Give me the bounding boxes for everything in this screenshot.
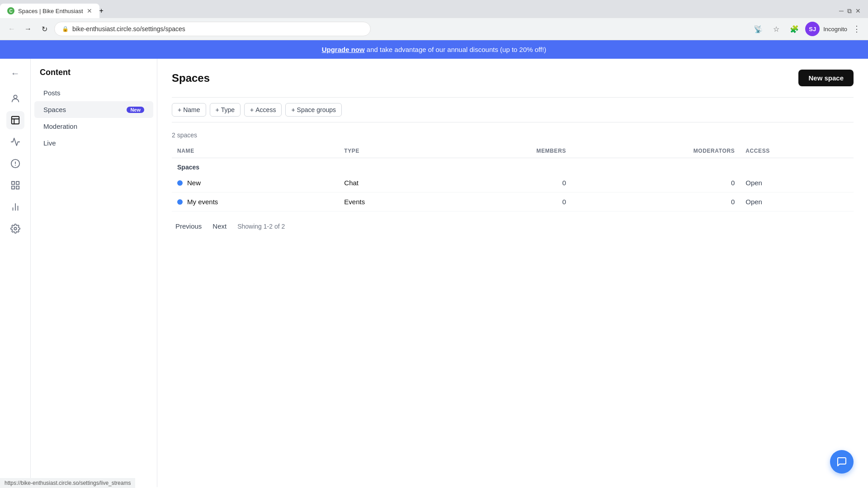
filter-type-label: Type bbox=[221, 106, 235, 113]
active-tab[interactable]: C Spaces | Bike Enthusiast ✕ bbox=[0, 4, 99, 18]
space-moderators-myevents: 0 bbox=[571, 192, 740, 211]
activity-icon[interactable] bbox=[6, 133, 24, 151]
space-name-new: New bbox=[187, 179, 201, 187]
col-name: NAME bbox=[172, 144, 339, 158]
space-name-cell: New bbox=[172, 174, 339, 192]
new-tab-button[interactable]: + bbox=[99, 7, 104, 15]
app-container: ← Content Posts Spaces New bbox=[0, 59, 868, 487]
plus-icon-name: + bbox=[178, 106, 181, 113]
table-row[interactable]: My events Events 0 0 Open bbox=[172, 192, 854, 211]
sidebar-item-posts[interactable]: Posts bbox=[34, 84, 153, 101]
pagination-info: Showing 1-2 of 2 bbox=[237, 223, 285, 230]
members-icon[interactable] bbox=[6, 89, 24, 108]
col-moderators: MODERATORS bbox=[571, 144, 740, 158]
browser-chrome: C Spaces | Bike Enthusiast ✕ + ─ ⧉ ✕ ← →… bbox=[0, 0, 868, 40]
space-members-new: 0 bbox=[441, 174, 571, 192]
sidebar-item-live[interactable]: Live bbox=[34, 135, 153, 151]
settings-icon[interactable] bbox=[6, 220, 24, 238]
space-access-myevents: Open bbox=[740, 192, 854, 211]
svg-point-14 bbox=[14, 227, 17, 230]
space-dot-new bbox=[177, 180, 183, 186]
svg-rect-7 bbox=[11, 182, 14, 184]
forward-button[interactable]: → bbox=[22, 23, 34, 35]
plus-icon-type: + bbox=[216, 106, 219, 113]
incognito-label: Incognito bbox=[823, 26, 847, 33]
bookmark-star-icon[interactable]: ☆ bbox=[769, 22, 783, 36]
filter-name-label: Name bbox=[183, 106, 200, 113]
sidebar-label-posts: Posts bbox=[43, 89, 61, 97]
cast-icon[interactable]: 📡 bbox=[751, 22, 765, 36]
spaces-count: 2 spaces bbox=[172, 131, 854, 139]
more-menu-button[interactable]: ⋮ bbox=[851, 24, 863, 34]
filter-access-label: Access bbox=[255, 106, 276, 113]
back-nav-button[interactable]: ← bbox=[6, 64, 24, 82]
plus-icon-spacegroups: + bbox=[291, 106, 295, 113]
filters-bar: + Name + Type + Access + Space groups bbox=[172, 97, 854, 122]
promo-message: and take advantage of our annual discoun… bbox=[367, 46, 547, 53]
svg-rect-8 bbox=[16, 182, 19, 184]
sidebar-item-spaces[interactable]: Spaces New bbox=[34, 101, 153, 118]
tab-favicon: C bbox=[7, 7, 14, 14]
space-name-myevents: My events bbox=[187, 198, 218, 206]
main-header: Spaces New space bbox=[172, 70, 854, 86]
sidebar-label-moderation: Moderation bbox=[43, 122, 77, 130]
table-header-row: NAME TYPE MEMBERS MODERATORS ACCESS bbox=[172, 144, 854, 158]
space-dot-myevents bbox=[177, 199, 183, 205]
content-icon[interactable] bbox=[6, 111, 24, 129]
extension-icon[interactable]: 🧩 bbox=[787, 22, 802, 36]
spaces-table: NAME TYPE MEMBERS MODERATORS ACCESS Spac… bbox=[172, 144, 854, 211]
tab-close-button[interactable]: ✕ bbox=[87, 7, 92, 14]
status-url: https://bike-enthusiast.circle.so/settin… bbox=[5, 480, 131, 486]
filter-access-button[interactable]: + Access bbox=[244, 103, 282, 117]
chat-fab-button[interactable] bbox=[830, 450, 854, 474]
filter-name-button[interactable]: + Name bbox=[172, 103, 206, 117]
filter-spacegroups-label: Space groups bbox=[297, 106, 336, 113]
back-button[interactable]: ← bbox=[5, 23, 18, 35]
address-text: bike-enthusiast.circle.so/settings/space… bbox=[72, 25, 185, 33]
sidebar: Content Posts Spaces New Moderation Live bbox=[31, 59, 157, 487]
space-access-new: Open bbox=[740, 174, 854, 192]
analytics-icon[interactable] bbox=[6, 198, 24, 216]
svg-rect-1 bbox=[11, 117, 19, 124]
page-title: Spaces bbox=[172, 72, 210, 84]
table-row[interactable]: New Chat 0 0 Open bbox=[172, 174, 854, 192]
address-bar[interactable]: 🔒 bike-enthusiast.circle.so/settings/spa… bbox=[54, 22, 371, 36]
close-button[interactable]: ✕ bbox=[855, 7, 861, 14]
sidebar-item-moderation[interactable]: Moderation bbox=[34, 118, 153, 135]
spaces-badge: New bbox=[127, 107, 144, 113]
previous-button[interactable]: Previous bbox=[172, 221, 205, 232]
browser-tabs: C Spaces | Bike Enthusiast ✕ + ─ ⧉ ✕ bbox=[0, 0, 868, 18]
nav-right: 📡 ☆ 🧩 SJ Incognito ⋮ bbox=[751, 22, 863, 36]
col-access: ACCESS bbox=[740, 144, 854, 158]
sidebar-label-spaces: Spaces bbox=[43, 106, 66, 113]
layout-icon[interactable] bbox=[6, 176, 24, 194]
plus-icon-access: + bbox=[250, 106, 254, 113]
filter-spacegroups-button[interactable]: + Space groups bbox=[285, 103, 342, 117]
svg-point-0 bbox=[14, 95, 17, 99]
group-row-spaces: Spaces bbox=[172, 158, 854, 174]
icon-nav: ← bbox=[0, 59, 31, 487]
status-bar: https://bike-enthusiast.circle.so/settin… bbox=[0, 478, 135, 488]
space-type-myevents: Events bbox=[339, 192, 441, 211]
upgrade-link[interactable]: Upgrade now bbox=[322, 46, 365, 53]
restore-button[interactable]: ⧉ bbox=[847, 7, 852, 15]
new-space-button[interactable]: New space bbox=[798, 70, 854, 86]
next-button[interactable]: Next bbox=[209, 221, 230, 232]
tab-title: Spaces | Bike Enthusiast bbox=[18, 8, 83, 14]
svg-rect-10 bbox=[11, 186, 14, 189]
promo-banner: Upgrade now and take advantage of our an… bbox=[0, 40, 868, 59]
reload-button[interactable]: ↻ bbox=[38, 23, 51, 35]
group-label: Spaces bbox=[172, 158, 854, 174]
col-members: MEMBERS bbox=[441, 144, 571, 158]
space-name-cell-myevents: My events bbox=[172, 192, 339, 211]
browser-nav: ← → ↻ 🔒 bike-enthusiast.circle.so/settin… bbox=[0, 18, 868, 40]
space-type-new: Chat bbox=[339, 174, 441, 192]
main-content: Spaces New space + Name + Type + Access … bbox=[157, 59, 868, 487]
lock-icon: 🔒 bbox=[62, 26, 69, 32]
svg-rect-9 bbox=[16, 186, 19, 189]
minimize-button[interactable]: ─ bbox=[839, 7, 844, 14]
profile-button[interactable]: SJ bbox=[805, 22, 820, 36]
col-type: TYPE bbox=[339, 144, 441, 158]
filter-type-button[interactable]: + Type bbox=[210, 103, 241, 117]
billing-icon[interactable] bbox=[6, 155, 24, 173]
